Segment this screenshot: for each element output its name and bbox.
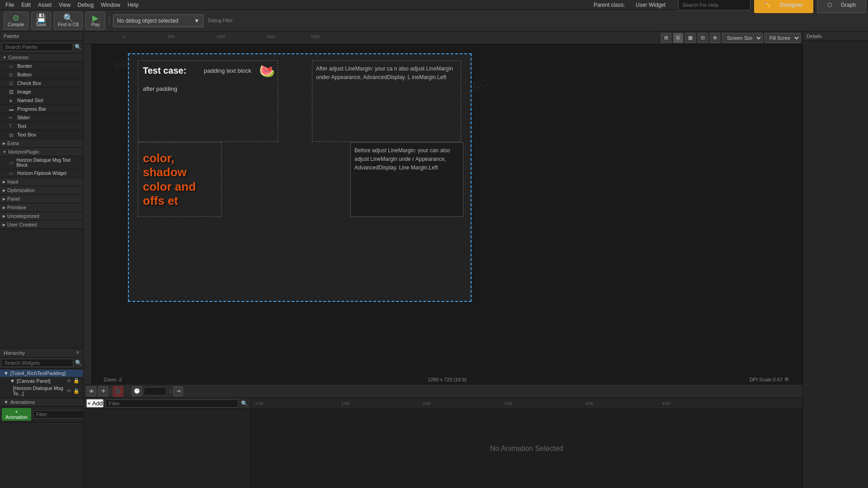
time-mark-1: 1:00 [341,401,349,406]
test-case-widget: Test case: padding text block 🍉 📌 after … [138,61,278,142]
time-mark-start: 0.00 [255,401,264,406]
debug-filter-dropdown[interactable]: No debug object selected ▼ [113,14,203,27]
hierarchy-canvas-panel[interactable]: ▼ [Canvas Panel] 👁 🔒 [0,377,83,385]
palette-item-text[interactable]: T Text [0,122,83,131]
anim-eye-btn[interactable]: 👁 [86,386,96,396]
anim-expand-icon: ▼ [4,399,9,405]
hierarchy-close-icon[interactable]: ✕ [75,350,80,356]
screen-size-select[interactable]: Screen Size [722,33,763,43]
palette-item-image[interactable]: 🖼 Image [0,88,83,96]
palette-item-label: Check Box [17,80,41,86]
canvas-tool-plus-btn[interactable]: ⊕ [710,33,720,43]
expand-icon: ▶ [3,141,5,145]
palette-section-optimization-header[interactable]: ▶ Optimization [0,186,83,195]
expand-icon: ▶ [3,180,5,184]
canvas-with-rulers: RRCG 人人CG RRCG 人人CG RRCG 人人CG RRCG Test … [84,44,802,384]
graph-label: Graph [837,2,859,8]
palette-section-horizon-header[interactable]: ▼ HorizonPlugin [0,148,83,156]
menu-bar: File Edit Asset View Debug Window Help P… [0,0,868,10]
canvas-tool-r-btn[interactable]: R [673,33,683,43]
anim-clock-btn[interactable]: 🕐 [132,386,142,396]
add-animation-button[interactable]: + Animation [2,408,31,421]
animation-track-right: 0.00 1:00 2:00 3:00 4:00 4:50 No Animati… [251,398,802,488]
compile-button[interactable]: ⚙ Compile [4,12,28,30]
help-search-input[interactable] [678,0,750,10]
menu-help[interactable]: Help [124,2,142,8]
progress-bar-icon: ▬ [9,107,14,112]
animations-list [0,422,83,488]
palette-section-input: ▶ Input [0,178,83,186]
root-expand-icon: ▼ [4,371,9,376]
palette-item-horizon-dialogue[interactable]: ▭ Horizon Dialogue Msg Text Block [0,156,83,169]
add-anim-btn[interactable]: + Add [86,399,104,408]
animation-filter-input[interactable] [105,399,238,408]
expand-icon: ▶ [3,214,5,218]
anim-record-btn[interactable]: ⬛ [113,386,123,396]
eye-icon[interactable]: 👁 [66,388,71,394]
section-input-label: Input [7,179,18,184]
hierarchy-root-item[interactable]: ▼ [Tuto4_RichTextPadding] [0,370,83,377]
palette-section-common-header[interactable]: ▼ Common [0,53,83,62]
palette-item-horizon-flipbook[interactable]: ▭ Horizon Flipbook Widget [0,169,83,178]
canvas-tool-grid-btn[interactable]: ⊞ [661,33,671,43]
palette-item-slider[interactable]: ━ Slider [0,113,83,122]
find-in-cb-button[interactable]: 🔍 Find in CB [54,12,83,30]
hierarchy-search-icon: 🔍 [75,360,82,366]
compile-label: Compile [8,22,24,27]
menu-edit[interactable]: Edit [18,2,34,8]
palette-item-label: Horizon Dialogue Msg Text Block [16,158,74,168]
palette-item-checkbox[interactable]: ☑ Check Box [0,79,83,88]
menu-view[interactable]: View [55,2,74,8]
lock-icon[interactable]: 🔒 [73,388,80,394]
palette-section-extra-header[interactable]: ▶ Extra [0,139,83,148]
anim-step-btn[interactable]: ⇥ [173,386,183,396]
expand-icon: ▼ [3,150,6,154]
animation-bottom: 👁 ✛ | ⬛ 🕐 0.05 | ⇥ + Add 🔍 [84,384,802,488]
palette-section-common: ▼ Common ▭ Border ⊡ Button ☑ Check Box [0,53,83,139]
menu-debug[interactable]: Debug [74,2,97,8]
menu-file[interactable]: File [2,2,18,8]
menu-window[interactable]: Window [97,2,124,8]
resolution-label: 1280 x 720 (16:9) [428,377,467,382]
save-label: Save [36,22,46,27]
palette-item-label: Progress Bar [17,106,46,112]
eye-icon[interactable]: 👁 [66,378,71,384]
palette-item-border[interactable]: ▭ Border [0,62,83,70]
hierarchy-panel: Hierarchy ✕ 🔍 ▼ [Tuto4_RichTextPadding] … [0,348,83,398]
palette-item-textbox[interactable]: ▤ Text Box [0,131,83,139]
menu-asset[interactable]: Asset [34,2,55,8]
graph-icon: ⬡ [824,2,835,8]
palette-section-uncategorized-header[interactable]: ▶ Uncategorized [0,212,83,221]
graph-button[interactable]: ⬡ Graph [817,0,866,13]
section-optimization-label: Optimization [7,188,35,193]
expand-icon: ▼ [3,56,6,60]
settings-icon[interactable]: ⚙ [784,376,789,382]
play-label: Play [91,22,100,27]
designer-button[interactable]: ✏️ Designer [754,0,813,13]
fill-screen-select[interactable]: Fill Screen [764,33,801,43]
anim-move-btn[interactable]: ✛ [98,386,108,396]
palette-item-button[interactable]: ⊡ Button [0,70,83,79]
play-button[interactable]: ▶ Play [85,12,105,30]
palette-section-input-header[interactable]: ▶ Input [0,178,83,186]
palette-section-user-created-header[interactable]: ▶ User Created [0,221,83,229]
palette-section-primitive-header[interactable]: ▶ Primitive [0,203,83,212]
parent-class-label: Parent class: [590,2,628,8]
hierarchy-search-input[interactable] [1,359,73,367]
hierarchy-dialogue1[interactable]: [Horizon Dialogue Msg Te...] 👁 🔒 [0,385,83,397]
palette-item-progress-bar[interactable]: ▬ Progress Bar [0,105,83,113]
palette-search-input[interactable] [2,43,73,51]
palette-section-horizon: ▼ HorizonPlugin ▭ Horizon Dialogue Msg T… [0,148,83,178]
anim-time-input[interactable]: 0.05 [144,387,166,395]
lock-icon[interactable]: 🔒 [73,378,80,384]
ruler-mark-1000: 1000 [217,34,226,39]
canvas-tool-table-btn[interactable]: ▦ [685,33,696,43]
save-button[interactable]: 💾 Save [31,12,51,30]
canvas-inner: RRCG 人人CG RRCG 人人CG RRCG 人人CG RRCG Test … [92,44,802,384]
palette-section-panel-header[interactable]: ▶ Panel [0,195,83,203]
animations-panel: ▼ Animations + Animation 🔍 [0,398,83,488]
palette-item-named-slot[interactable]: ◈ Named Slot [0,96,83,105]
checkbox-icon: ☑ [9,81,14,86]
canvas-tool-split-btn[interactable]: ⊟ [698,33,708,43]
right-text-box-2: Before adjust LineMargin: your can also … [350,142,463,217]
